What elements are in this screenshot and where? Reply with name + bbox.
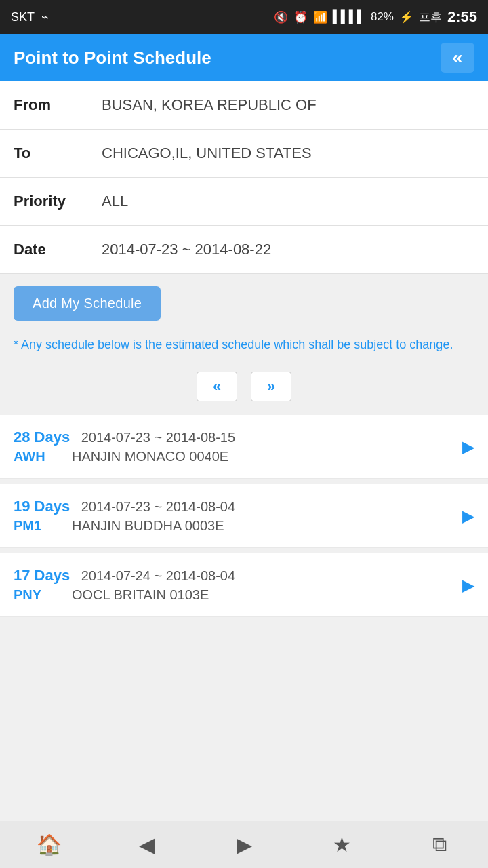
from-label: From	[14, 96, 102, 114]
to-value: CHICAGO,IL, UNITED STATES	[102, 144, 312, 162]
time-label: 2:55	[447, 8, 477, 26]
to-label: To	[14, 144, 102, 162]
carrier-label: SKT	[11, 10, 35, 24]
home-button[interactable]: 🏠	[28, 828, 69, 862]
chevron-right-icon-0: ▶	[462, 437, 474, 456]
notice-text: * Any schedule below is the estimated sc…	[14, 338, 453, 351]
notice-section: * Any schedule below is the estimated sc…	[0, 328, 488, 365]
alarm-icon: ⏰	[293, 10, 308, 24]
status-right: 🔇 ⏰ 📶 ▌▌▌▌ 82% ⚡ 프후 2:55	[274, 8, 477, 26]
battery-label: 82%	[371, 10, 394, 24]
wifi-icon: 📶	[313, 10, 327, 24]
date-row: Date 2014-07-23 ~ 2014-08-22	[0, 226, 488, 274]
schedule-dates-0: 2014-07-23 ~ 2014-08-15	[81, 430, 235, 445]
schedule-code-1: PM1	[14, 518, 61, 534]
schedule-vessel-0: HANJIN MONACO 0040E	[72, 449, 228, 465]
profile-icon: 프후	[419, 9, 442, 25]
schedule-item-1[interactable]: 19 Days 2014-07-23 ~ 2014-08-04 PM1 HANJ…	[0, 484, 488, 548]
back-icon: ◀	[139, 833, 155, 856]
schedule-code-2: PNY	[14, 587, 61, 603]
schedule-route-0: AWH HANJIN MONACO 0040E	[14, 449, 235, 465]
schedule-days-row-1: 19 Days 2014-07-23 ~ 2014-08-04	[14, 498, 235, 515]
schedule-left-2: 17 Days 2014-07-24 ~ 2014-08-04 PNY OOCL…	[14, 567, 235, 603]
from-value: BUSAN, KOREA REPUBLIC OF	[102, 96, 317, 114]
schedule-list: 28 Days 2014-07-23 ~ 2014-08-15 AWH HANJ…	[0, 415, 488, 617]
schedule-route-2: PNY OOCL BRITAIN 0103E	[14, 587, 235, 603]
mute-icon: 🔇	[274, 10, 288, 24]
date-label: Date	[14, 241, 102, 258]
priority-row: Priority ALL	[0, 178, 488, 226]
pagination-section: « »	[0, 365, 488, 415]
bookmark-button[interactable]: ★	[321, 828, 362, 862]
prev-page-button[interactable]: «	[197, 372, 237, 401]
schedule-days-0: 28 Days 2014-07-23 ~ 2014-08-15	[14, 429, 235, 446]
add-schedule-button[interactable]: Add My Schedule	[14, 286, 161, 321]
priority-value: ALL	[102, 193, 128, 210]
schedule-left-0: 28 Days 2014-07-23 ~ 2014-08-15 AWH HANJ…	[14, 429, 235, 465]
schedule-route-1: PM1 HANJIN BUDDHA 0003E	[14, 518, 235, 534]
schedule-item-2[interactable]: 17 Days 2014-07-24 ~ 2014-08-04 PNY OOCL…	[0, 553, 488, 617]
usb-icon: ⌁	[41, 9, 49, 24]
add-section: Add My Schedule	[0, 274, 488, 328]
date-value: 2014-07-23 ~ 2014-08-22	[102, 241, 271, 258]
schedule-vessel-2: OOCL BRITAIN 0103E	[72, 587, 209, 603]
signal-icon: ▌▌▌▌	[333, 10, 365, 24]
forward-icon: ▶	[237, 833, 252, 856]
app-header: Point to Point Schedule «	[0, 34, 488, 81]
status-left: SKT ⌁	[11, 9, 49, 24]
windows-icon: ⧉	[432, 833, 447, 856]
forward-nav-button[interactable]: ▶	[224, 828, 264, 862]
schedule-code-0: AWH	[14, 449, 61, 465]
next-page-button[interactable]: »	[251, 372, 291, 401]
schedule-vessel-1: HANJIN BUDDHA 0003E	[72, 518, 224, 534]
priority-label: Priority	[14, 193, 102, 210]
schedule-days-row-2: 17 Days 2014-07-24 ~ 2014-08-04	[14, 567, 235, 585]
page-title: Point to Point Schedule	[14, 47, 211, 68]
info-section: From BUSAN, KOREA REPUBLIC OF To CHICAGO…	[0, 81, 488, 274]
star-icon: ★	[333, 833, 351, 856]
chevron-right-icon-1: ▶	[462, 507, 474, 526]
windows-button[interactable]: ⧉	[419, 828, 460, 862]
schedule-dates-1: 2014-07-23 ~ 2014-08-04	[81, 499, 235, 514]
from-row: From BUSAN, KOREA REPUBLIC OF	[0, 81, 488, 130]
back-button[interactable]: «	[441, 43, 474, 73]
bottom-nav: 🏠 ◀ ▶ ★ ⧉	[0, 821, 488, 868]
schedule-left-1: 19 Days 2014-07-23 ~ 2014-08-04 PM1 HANJ…	[14, 498, 235, 534]
home-icon: 🏠	[37, 833, 62, 856]
to-row: To CHICAGO,IL, UNITED STATES	[0, 130, 488, 178]
back-nav-button[interactable]: ◀	[126, 828, 167, 862]
schedule-item-0[interactable]: 28 Days 2014-07-23 ~ 2014-08-15 AWH HANJ…	[0, 415, 488, 479]
schedule-dates-2: 2014-07-24 ~ 2014-08-04	[81, 568, 235, 583]
status-bar: SKT ⌁ 🔇 ⏰ 📶 ▌▌▌▌ 82% ⚡ 프후 2:55	[0, 0, 488, 34]
charge-icon: ⚡	[399, 10, 413, 24]
chevron-right-icon-2: ▶	[462, 576, 474, 595]
